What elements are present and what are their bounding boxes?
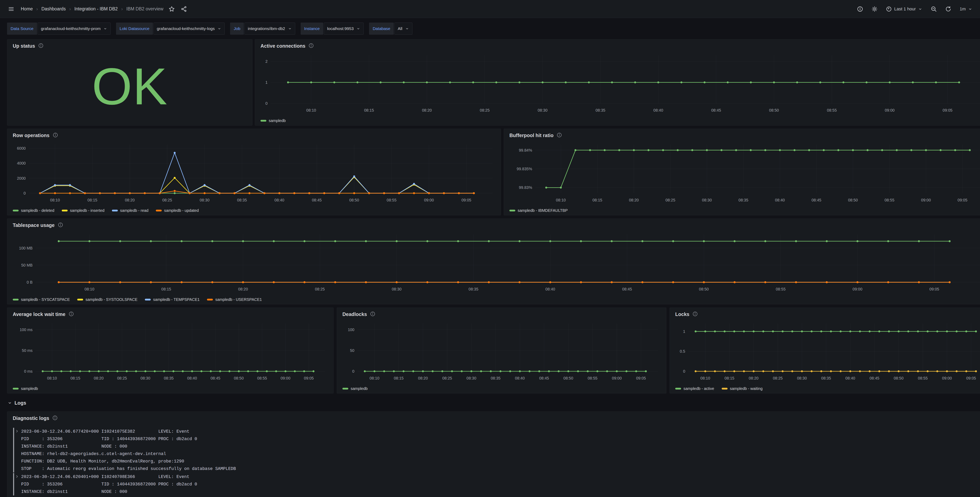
variable-instance: Instance localhost:9953	[301, 22, 364, 35]
legend-item[interactable]: sampledb - active	[675, 386, 714, 391]
breadcrumb-dashboards[interactable]: Dashboards	[41, 6, 66, 11]
clock-icon	[886, 6, 892, 12]
logs-section-toggle[interactable]: Logs	[8, 397, 26, 408]
legend-label: sampledb	[351, 386, 368, 391]
gear-icon[interactable]	[872, 6, 878, 12]
panel-title[interactable]: Locks	[675, 311, 689, 317]
info-icon[interactable]	[309, 43, 314, 49]
svg-text:08:40: 08:40	[654, 108, 663, 112]
instance-label[interactable]: Instance	[301, 22, 323, 35]
expand-log-icon[interactable]	[15, 429, 19, 435]
legend-item[interactable]: sampledb - read	[112, 208, 149, 213]
legend-item[interactable]: sampledb - updated	[156, 208, 199, 213]
time-range-picker[interactable]: Last 1 hour	[886, 6, 923, 12]
loki-datasource-label[interactable]: Loki Datasource	[116, 22, 153, 35]
variable-data-source: Data Source grafanacloud-keithschmitty-p…	[7, 22, 111, 35]
info-icon[interactable]	[557, 132, 562, 139]
star-icon[interactable]	[169, 6, 175, 12]
legend-item[interactable]: sampledb - waiting	[722, 386, 763, 391]
dashboard-variables: Data Source grafanacloud-keithschmitty-p…	[0, 18, 980, 39]
svg-text:08:35: 08:35	[821, 376, 831, 380]
tablespace-usage-chart[interactable]: 08:1008:1508:2008:2508:3008:3508:4008:45…	[9, 231, 980, 293]
info-icon[interactable]	[53, 132, 58, 139]
row-operations-chart[interactable]: 08:1008:1508:2008:2508:3008:3508:4008:45…	[9, 141, 498, 204]
log-line: FUNCTION: DB2 UDB, Health Monitor, db2Hm…	[14, 457, 980, 465]
database-value-dropdown[interactable]: All	[395, 22, 412, 35]
svg-text:08:25: 08:25	[442, 376, 452, 380]
legend-label: sampledb - inserted	[70, 208, 105, 213]
average-lock-wait-time-chart[interactable]: 08:1008:1508:2008:2508:3008:3508:4008:45…	[9, 320, 330, 382]
svg-text:08:30: 08:30	[392, 287, 402, 291]
panel-title[interactable]: Bufferpool hit ratio	[509, 132, 554, 138]
loki-datasource-value-dropdown[interactable]: grafanacloud-keithschmitty-logs	[153, 22, 224, 35]
legend-item[interactable]: sampledb - SYSTOOLSPACE	[77, 297, 137, 302]
log-text: STOP : Automatic reorg evaluation has fi…	[21, 467, 236, 471]
svg-text:0: 0	[266, 101, 267, 105]
breadcrumb-folder[interactable]: Integration - IBM DB2	[74, 6, 118, 11]
legend-item[interactable]: sampledb - TEMPSPACE1	[145, 297, 199, 302]
bufferpool-hit-ratio-chart[interactable]: 08:1008:1508:2008:2508:3008:3508:4008:45…	[506, 141, 980, 204]
svg-text:08:20: 08:20	[94, 376, 104, 380]
active-connections-chart[interactable]: 08:1008:1508:2008:2508:3008:3508:4008:45…	[257, 52, 980, 114]
legend-item[interactable]: sampledb	[261, 118, 286, 123]
log-text: 2023-06-30-12.24.06.677420+000 I10241075…	[21, 429, 189, 434]
svg-text:100: 100	[348, 328, 354, 332]
svg-text:6000: 6000	[17, 146, 26, 150]
instance-value-dropdown[interactable]: localhost:9953	[324, 22, 364, 35]
panel-title[interactable]: Deadlocks	[342, 311, 367, 317]
svg-text:99.835%: 99.835%	[517, 167, 532, 171]
log-text: FUNCTION: DB2 UDB, Health Monitor, db2Hm…	[21, 459, 184, 464]
svg-text:1: 1	[683, 329, 685, 334]
logs-section-title: Logs	[14, 400, 26, 406]
expand-log-icon[interactable]	[15, 475, 19, 480]
panel-title[interactable]: Tablespace usage	[13, 222, 55, 228]
database-label[interactable]: Database	[369, 22, 394, 35]
legend-color-pill	[112, 210, 118, 212]
info-icon[interactable]	[52, 415, 57, 421]
legend-item[interactable]: sampledb	[342, 386, 368, 391]
svg-text:99.84%: 99.84%	[519, 148, 532, 152]
breadcrumb-separator: ›	[121, 6, 123, 12]
svg-text:08:50: 08:50	[769, 108, 779, 112]
breadcrumb-home[interactable]: Home	[21, 6, 33, 11]
info-icon[interactable]	[692, 311, 698, 317]
share-icon[interactable]	[181, 6, 187, 12]
panel-title[interactable]: Row operations	[13, 132, 49, 138]
legend-item[interactable]: sampledb - deleted	[13, 208, 54, 213]
info-circle-icon[interactable]	[857, 6, 863, 12]
hamburger-menu-icon[interactable]	[8, 6, 14, 12]
log-line[interactable]: 2023-06-30-12.24.06.677420+000 I10241075…	[14, 428, 980, 435]
job-label[interactable]: Job	[230, 22, 244, 35]
legend-item[interactable]: sampledb	[13, 386, 38, 391]
legend-item[interactable]: sampledb - IBMDEFAULTBP	[509, 208, 568, 213]
refresh-interval-label: 1m	[959, 6, 966, 11]
svg-text:09:05: 09:05	[929, 287, 939, 291]
svg-text:08:20: 08:20	[125, 198, 135, 202]
info-icon[interactable]	[370, 311, 375, 317]
info-icon[interactable]	[58, 222, 63, 228]
deadlocks-chart[interactable]: 08:1008:1508:2008:2508:3008:3508:4008:45…	[339, 320, 663, 382]
info-icon[interactable]	[68, 311, 74, 317]
legend-item[interactable]: sampledb - USERSPACE1	[207, 297, 262, 302]
zoom-out-icon[interactable]	[931, 6, 937, 12]
panel-title[interactable]: Diagnostic logs	[13, 416, 49, 421]
data-source-label[interactable]: Data Source	[7, 22, 37, 35]
job-value-dropdown[interactable]: integrations/ibm-db2	[244, 22, 295, 35]
svg-text:09:00: 09:00	[853, 287, 862, 291]
refresh-interval-dropdown[interactable]: 1m	[959, 6, 972, 11]
log-text: HOSTNAME: rhel-db2-ageorgiades.c.otel-ag…	[21, 451, 166, 456]
log-text: 2023-06-30-12.24.06.620401+000 I10240708…	[21, 475, 189, 479]
refresh-icon[interactable]	[945, 6, 951, 12]
svg-text:08:45: 08:45	[622, 287, 632, 291]
panel-title[interactable]: Active connections	[261, 43, 305, 49]
legend-item[interactable]: sampledb - SYSCATSPACE	[13, 297, 70, 302]
svg-text:08:15: 08:15	[70, 376, 80, 380]
svg-text:0.5: 0.5	[680, 349, 685, 354]
legend-item[interactable]: sampledb - inserted	[62, 208, 105, 213]
data-source-value-dropdown[interactable]: grafanacloud-keithschmitty-prom	[38, 22, 111, 35]
panel-title[interactable]: Average lock wait time	[13, 311, 65, 317]
svg-text:08:20: 08:20	[629, 198, 639, 202]
dashboard-actions	[169, 6, 187, 12]
log-line[interactable]: 2023-06-30-12.24.06.620401+000 I10240708…	[14, 473, 980, 481]
locks-chart[interactable]: 08:1008:1508:2008:2508:3008:3508:4008:45…	[672, 320, 980, 382]
